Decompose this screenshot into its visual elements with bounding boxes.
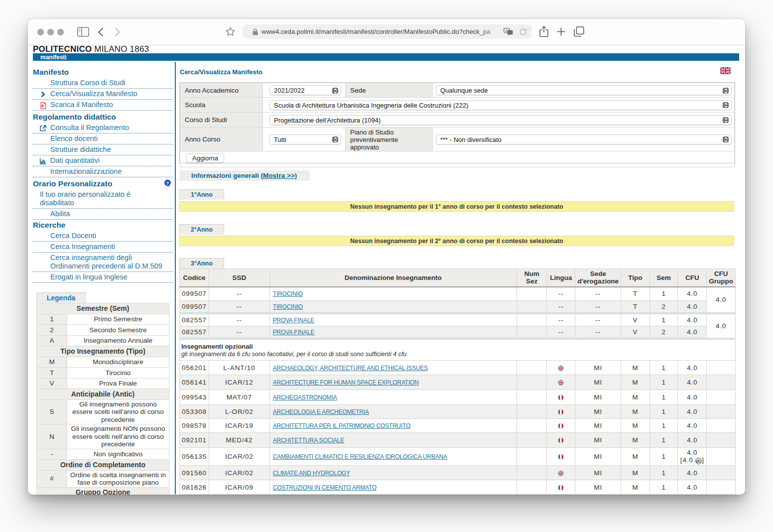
svg-text:A: A xyxy=(41,104,44,108)
svg-text:?: ? xyxy=(166,180,169,186)
